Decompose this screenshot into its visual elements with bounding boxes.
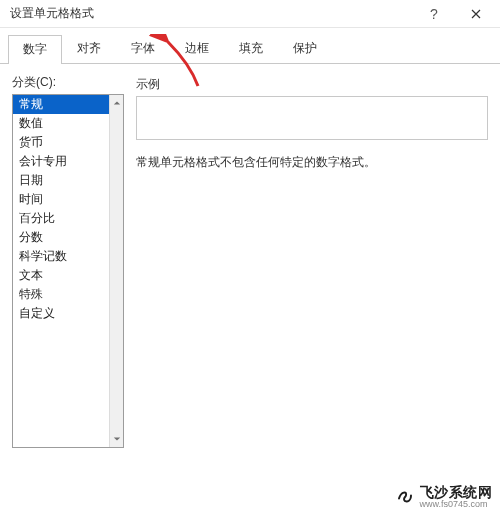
watermark: 飞沙系统网 www.fs0745.com	[396, 485, 493, 509]
category-item-date[interactable]: 日期	[13, 171, 109, 190]
category-listbox[interactable]: 常规 数值 货币 会计专用 日期 时间 百分比 分数 科学记数 文本 特殊 自定…	[12, 94, 124, 448]
tab-font[interactable]: 字体	[116, 34, 170, 63]
listbox-scrollbar[interactable]	[109, 95, 123, 447]
window-title: 设置单元格格式	[10, 5, 414, 22]
detail-column: 示例 常规单元格格式不包含任何特定的数字格式。	[136, 74, 488, 448]
watermark-logo-icon	[396, 488, 414, 506]
category-item-text[interactable]: 文本	[13, 266, 109, 285]
close-icon	[471, 9, 481, 19]
watermark-main: 飞沙系统网	[420, 485, 493, 500]
tab-number[interactable]: 数字	[8, 35, 62, 64]
category-item-number[interactable]: 数值	[13, 114, 109, 133]
titlebar: 设置单元格格式 ?	[0, 0, 500, 28]
category-item-special[interactable]: 特殊	[13, 285, 109, 304]
close-button[interactable]	[456, 0, 496, 28]
tab-border[interactable]: 边框	[170, 34, 224, 63]
titlebar-buttons: ?	[414, 0, 496, 28]
category-item-accounting[interactable]: 会计专用	[13, 152, 109, 171]
category-column: 分类(C): 常规 数值 货币 会计专用 日期 时间 百分比 分数 科学记数 文…	[12, 74, 124, 448]
sample-box	[136, 96, 488, 140]
tab-strip: 数字 对齐 字体 边框 填充 保护	[0, 28, 500, 64]
scroll-up-button[interactable]	[110, 95, 123, 111]
category-item-general[interactable]: 常规	[13, 95, 109, 114]
dialog-window: 设置单元格格式 ? 数字 对齐 字体 边框 填充 保护 分类(C): 常规 数值…	[0, 0, 500, 515]
dialog-body: 分类(C): 常规 数值 货币 会计专用 日期 时间 百分比 分数 科学记数 文…	[0, 64, 500, 458]
chevron-down-icon	[113, 435, 121, 443]
category-item-custom[interactable]: 自定义	[13, 304, 109, 323]
category-item-fraction[interactable]: 分数	[13, 228, 109, 247]
watermark-text: 飞沙系统网 www.fs0745.com	[420, 485, 493, 509]
tab-protection[interactable]: 保护	[278, 34, 332, 63]
format-description: 常规单元格格式不包含任何特定的数字格式。	[136, 154, 488, 171]
category-item-currency[interactable]: 货币	[13, 133, 109, 152]
chevron-up-icon	[113, 99, 121, 107]
sample-label: 示例	[136, 76, 488, 93]
category-item-percentage[interactable]: 百分比	[13, 209, 109, 228]
scroll-down-button[interactable]	[110, 431, 123, 447]
help-button[interactable]: ?	[414, 0, 454, 28]
category-item-scientific[interactable]: 科学记数	[13, 247, 109, 266]
watermark-sub: www.fs0745.com	[420, 500, 493, 509]
category-item-time[interactable]: 时间	[13, 190, 109, 209]
category-label: 分类(C):	[12, 74, 124, 91]
category-list-inner: 常规 数值 货币 会计专用 日期 时间 百分比 分数 科学记数 文本 特殊 自定…	[13, 95, 109, 447]
tab-fill[interactable]: 填充	[224, 34, 278, 63]
tab-alignment[interactable]: 对齐	[62, 34, 116, 63]
